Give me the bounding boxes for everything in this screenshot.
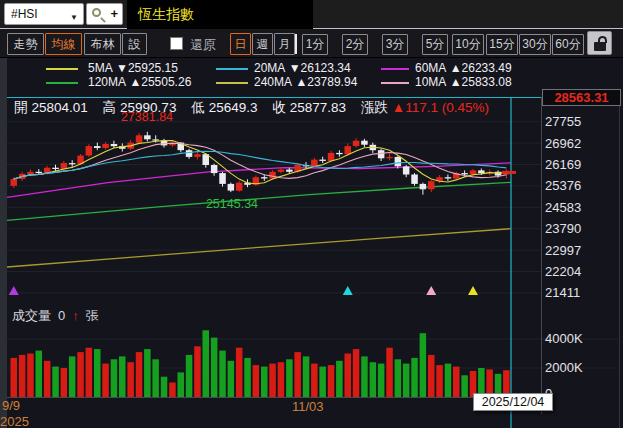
candle-body [470,170,477,174]
candle-body [228,184,235,191]
top-bar: #HSI ▼ + 恆生指數 [0,0,623,29]
date-label-mid: 11/03 [292,399,324,414]
volume-bar [294,352,301,397]
price-axis-label: 22997 [545,243,581,258]
volume-bar [269,364,276,397]
mode-button-settings[interactable]: 設 [122,33,147,55]
lock-button[interactable] [587,31,612,55]
legend-swatch [381,68,409,70]
volume-bar [411,358,418,397]
candle-body [111,144,118,146]
minute-button-15[interactable]: 15分 [486,34,518,55]
volume-bar [403,364,410,397]
event-marker-triangle [468,286,478,295]
volume-bar [77,352,84,397]
candle-body [211,165,218,173]
price-axis-label: 22204 [545,264,581,279]
event-marker-triangle [426,286,436,295]
volume-bar [261,367,268,397]
volume-bar [144,349,151,397]
last-close-tick [502,171,516,174]
minute-button-60[interactable]: 60分 [552,34,584,55]
minute-button-5[interactable]: 5分 [422,34,448,55]
instrument-tab[interactable]: 恆生指數 [127,0,313,29]
price-axis-label: 26962 [545,136,581,151]
volume-bar [420,333,427,397]
mode-button-trend[interactable]: 走勢 [7,33,44,55]
close-value: 25877.83 [290,100,346,115]
mode-button-ma[interactable]: 均線 [45,33,82,55]
add-symbol-icon: + [110,6,118,21]
volume-bar [253,365,260,397]
volume-bar [228,361,235,397]
legend-label: 10MA ▲25833.08 [415,75,512,89]
open-label: 開 [14,100,28,115]
volume-bar [119,356,126,397]
mode-button-boll[interactable]: 布林 [84,33,121,55]
symbol-search-button[interactable]: + [86,3,123,25]
minute-button-1[interactable]: 1分 [302,34,328,55]
volume-bar [161,377,168,397]
date-label-start: 9/9 [2,398,20,413]
legend-swatch [46,82,78,84]
toolbar-divider [295,34,297,54]
candle-body [94,146,101,148]
volume-bar [127,362,133,397]
volume-bar [395,359,402,397]
candle-body [286,170,293,172]
volume-bar [436,365,443,397]
volume-bar [303,356,310,397]
candle-body [52,168,59,169]
volume-bar [186,355,193,397]
minute-button-2[interactable]: 2分 [342,34,368,55]
candle-body [236,183,243,191]
candle-body [219,173,226,184]
volume-bar [44,361,51,397]
restore-checkbox[interactable] [170,37,183,50]
symbol-combobox[interactable]: #HSI ▼ [4,3,84,25]
volume-bar [111,359,118,397]
volume-bar [152,359,159,397]
price-axis-label: 25376 [545,178,581,193]
legend-swatch [46,68,78,70]
volume-bar [178,372,185,397]
candle-body [69,163,76,164]
volume-bar [211,338,218,397]
change-value: ▲117.1 (0.45%) [392,100,489,115]
legend-label: 20MA ▼26123.34 [254,61,351,75]
open-value: 25804.01 [32,100,88,115]
price-axis-label: 24583 [545,200,581,215]
chevron-down-icon[interactable]: ▼ [70,8,78,28]
minute-button-10[interactable]: 10分 [452,34,484,55]
candle-body [269,172,276,179]
period-button-week[interactable]: 週 [252,33,273,55]
candle-body [186,150,193,157]
volume-bar [52,367,59,397]
candle-body [445,177,452,178]
candle-body [86,146,93,155]
volume-bar [11,358,18,397]
minute-button-30[interactable]: 30分 [519,34,551,55]
candle-body [278,170,285,172]
period-button-month[interactable]: 月 [274,33,295,55]
candle-body [194,154,201,157]
volume-bar [278,362,285,397]
volume-bar [328,365,335,397]
volume-bar [353,349,360,397]
legend-swatch [381,82,409,84]
volume-axis-label: 2000K [545,360,583,375]
axis-max-price-badge: 28563.31 [542,89,621,106]
candle-body [102,144,109,148]
minute-button-3[interactable]: 3分 [382,34,408,55]
legend-swatch [216,82,248,84]
ohlc-readout: 開25804.01 高25990.73 低25649.3 收25877.83 漲… [14,99,493,117]
volume-value: 0 [58,308,65,323]
candle-body [144,135,151,139]
period-button-day[interactable]: 日 [230,33,251,55]
candle-body [328,153,335,161]
candle-body [27,172,34,174]
event-marker-triangle [343,286,353,295]
volume-bar [169,383,176,398]
price-axis-label: 23790 [545,221,581,236]
volume-bar [378,364,385,397]
